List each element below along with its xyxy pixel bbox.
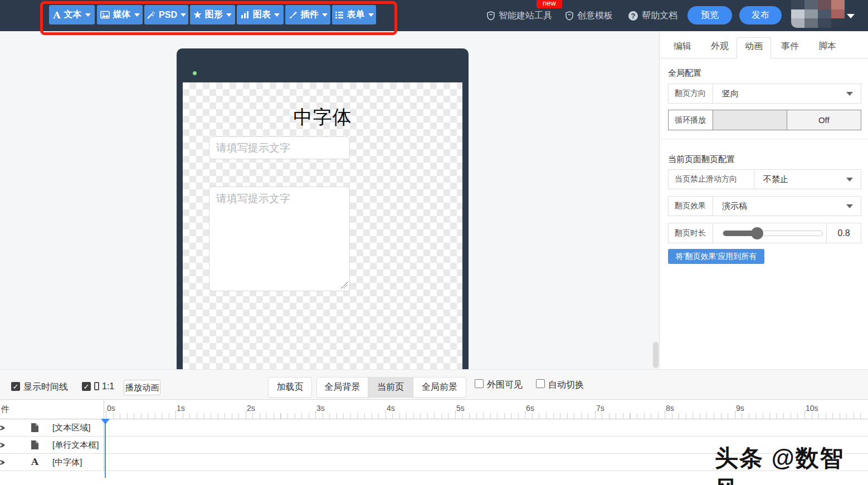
single-line-textbox[interactable] [209,136,350,159]
ratio-checkbox[interactable]: ✓ [82,382,91,391]
nav-link-label: 创意模板 [577,10,613,22]
tab-edit[interactable]: 编辑 [667,38,698,58]
toolbar-plugin-button[interactable]: 插件 [285,5,330,25]
row-label: [文本区域] [52,423,90,433]
chevron-down-icon [181,13,186,17]
page-flip-heading: 当前页面翻页配置 [668,154,735,165]
toolbar-text-button[interactable]: A 文本 [49,5,95,25]
avatar[interactable] [791,0,845,28]
nav-link-help[interactable]: ? 帮助文档 [628,8,677,23]
playhead-line[interactable] [105,419,106,478]
flip-effect-value: 演示稿 [722,201,747,212]
slide-direction-value: 不禁止 [763,174,788,185]
nav-link-label: 帮助文档 [642,10,677,22]
timeline-header-label: 件 [1,404,9,415]
eye-icon[interactable] [0,424,6,432]
page-direction-label: 翻页方向 [669,84,713,103]
nav-link-site-builder[interactable]: 智能建站工具 [487,8,552,23]
toolbar-form-button[interactable]: 表单 [332,5,376,25]
playhead-handle[interactable] [101,419,110,424]
page-editor: A 文本 媒体 PSD ★ 图形 [0,0,868,485]
section-divider [660,139,868,139]
toolbar-psd-button[interactable]: PSD [144,5,188,25]
row-label: [单行文本框] [52,440,99,450]
phone-screen[interactable]: 中字体 [183,82,462,369]
page-direction-row: 翻页方向 竖向 [668,84,861,104]
chevron-down-icon [846,204,853,208]
tab-appearance[interactable]: 外观 [704,38,735,58]
flip-duration-value[interactable]: 0.8 [826,223,861,243]
slider-track[interactable] [723,231,823,236]
page-tab-current-page[interactable]: 当前页 [368,377,413,398]
star-icon: ★ [193,11,201,19]
row-label: [中字体] [52,457,82,468]
bar-chart-icon [241,11,250,19]
publish-button[interactable]: 发布 [739,6,782,25]
text-area-box[interactable] [209,187,350,291]
tab-events[interactable]: 事件 [774,38,806,58]
chevron-down-icon [85,13,91,17]
status-dot [193,71,197,75]
ratio-label: 1:1 [102,381,114,391]
text-icon: A [53,9,60,21]
loop-play-toggle[interactable]: Off [713,110,861,130]
eye-icon[interactable] [0,442,6,449]
flip-duration-label: 翻页时长 [669,223,713,243]
timeline-row-text-area[interactable]: [文本区域] [0,419,868,437]
canvas-area: 中字体 [0,31,659,369]
toggle-track[interactable] [713,110,787,130]
chevron-down-icon [134,13,140,17]
canvas-scrollbar[interactable] [653,342,659,368]
toolbar-text-label: 文本 [64,9,82,21]
page-tab-global-background[interactable]: 全局背景 [316,377,368,398]
toolbar-media-label: 媒体 [113,9,131,21]
chevron-down-icon [226,13,232,17]
show-timeline-label: 显示时间线 [23,381,68,393]
outer-visible-checkbox[interactable] [475,379,484,388]
auto-switch-checkbox[interactable] [536,379,545,388]
toolbar-shape-label: 图形 [205,9,223,21]
new-badge: new [537,0,562,8]
toolbar-chart-button[interactable]: 图表 [237,5,284,25]
chevron-down-icon [846,178,853,182]
eye-icon[interactable] [0,459,6,466]
chevron-down-icon [322,13,328,17]
auto-switch-label: 自动切换 [548,379,584,391]
nav-link-templates[interactable]: 创意模板 [565,8,613,23]
preview-button[interactable]: 预览 [687,6,732,25]
toolbar-shape-button[interactable]: ★ 图形 [190,5,235,25]
play-animation-button[interactable]: 播放动画 [124,380,160,395]
phone-ratio-icon [94,382,99,390]
flip-effect-select[interactable]: 演示稿 [713,197,861,215]
toggle-state[interactable]: Off [787,110,861,130]
apply-effect-to-all-button[interactable]: 将'翻页效果'应用到所有 [668,249,764,264]
toolbar-form-label: 表单 [347,9,365,21]
shield-icon [565,11,573,21]
flip-effect-row: 翻页效果 演示稿 [668,196,861,216]
loop-play-label: 循环播放 [669,110,713,130]
load-page-button[interactable]: 加载页 [268,377,312,398]
page-direction-value: 竖向 [722,89,739,99]
account-chevron-down-icon[interactable] [847,14,855,18]
page-tab-global-foreground[interactable]: 全局前景 [413,377,466,398]
show-timeline-checkbox[interactable]: ✓ [11,382,20,391]
media-icon [100,11,110,19]
canvas-text-element[interactable]: 中字体 [183,105,462,130]
slider-handle[interactable] [751,227,763,239]
plugin-icon [289,11,298,19]
ruler-minor-ticks [106,413,864,419]
flip-effect-label: 翻页效果 [669,197,713,215]
tab-script[interactable]: 脚本 [812,38,843,58]
chevron-down-icon [274,13,280,17]
tab-animation[interactable]: 动画 [737,37,771,58]
page-icon [31,423,39,433]
page-icon [31,440,39,450]
chevron-down-icon [368,13,374,17]
form-icon [335,11,344,19]
slide-direction-select[interactable]: 不禁止 [754,170,861,189]
top-nav: A 文本 媒体 PSD ★ 图形 [0,0,868,31]
page-direction-select[interactable]: 竖向 [713,84,861,103]
flip-duration-slider[interactable] [713,223,826,243]
help-icon: ? [628,11,638,21]
toolbar-media-button[interactable]: 媒体 [97,5,143,25]
